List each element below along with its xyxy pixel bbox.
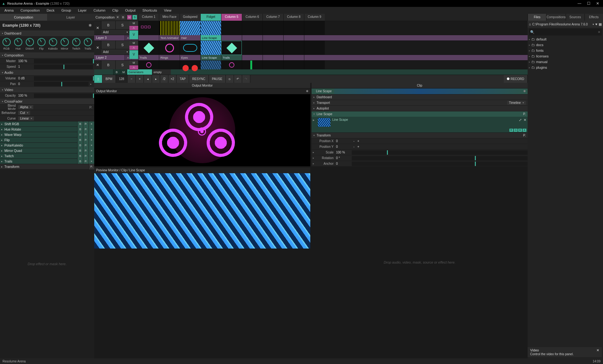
posy-minus[interactable]: - [352,145,356,148]
clip-l2-c5[interactable] [221,41,242,55]
layer2-m-button[interactable]: M [129,41,138,46]
posx-plus[interactable]: + [356,139,361,143]
home-icon[interactable]: ⌂ [529,22,531,26]
gear-icon[interactable]: ✱ [89,23,92,28]
clip-l1-c6[interactable] [242,61,263,69]
posx-minus[interactable]: - [352,139,356,143]
layer2-v-slider[interactable]: V [129,50,138,59]
clip-label-l2-c4[interactable]: Line Scape [200,55,221,60]
effect-btn-remove[interactable]: × [89,121,94,127]
opacity-slider[interactable] [34,94,93,98]
curve-dropdown[interactable]: Linear▾ [18,116,34,120]
comp-b-button[interactable]: B [121,15,125,19]
clip-label-l2-c2[interactable]: Rings [159,55,180,60]
clip-l2-c8[interactable] [283,41,304,55]
layer3-m-button[interactable]: M [129,21,138,26]
dial-hue[interactable]: Hue [13,38,23,50]
tooltip-close-icon[interactable]: ✕ [596,348,599,352]
layer2-b-button[interactable]: B [101,41,115,49]
effect-btn-preset[interactable]: P. [83,137,89,143]
effect-btn-preset[interactable]: P. [83,143,89,148]
menu-view[interactable]: View [161,8,175,13]
effect-shift-rgb[interactable]: ▸Shift RGBBP.× [0,121,94,126]
browser-tab-sources[interactable]: Sources [566,14,584,21]
effect-btn-bypass[interactable]: B [77,148,83,153]
master-value[interactable]: 100 % [18,59,34,63]
effect-btn-remove[interactable]: × [89,127,94,132]
effect-trails[interactable]: ▸TrailsBP.× [0,158,94,164]
effect-btn-preset[interactable]: P. [83,127,89,132]
tap-button[interactable]: TAP [177,75,189,83]
browser-search[interactable]: 🔍 ✕ [529,29,602,35]
clip-l2-c2[interactable] [159,41,180,55]
bpm-value[interactable]: 128 [116,75,128,83]
composition-name-row[interactable]: Example (1280 x 720) ✱ [0,21,94,30]
layer1-s-button[interactable]: S [115,61,129,69]
effect-btn-bypass[interactable]: B [77,121,83,127]
tab-layer[interactable]: Layer [47,14,94,21]
effect-btn-remove[interactable]: × [89,153,94,159]
undo-button[interactable]: ↶ [234,75,242,83]
deck-m-button[interactable]: M [120,69,127,75]
column-7[interactable]: Column 7 [263,14,283,21]
anchor-value[interactable]: 0 [336,162,352,165]
clip-label-l3-c2[interactable]: Text Animator [159,35,180,40]
dial-kaleido[interactable]: Kaleido [48,38,58,50]
speed-slider[interactable] [34,65,93,69]
menu-composition[interactable]: Composition [17,8,43,13]
effect-btn-bypass[interactable]: B [77,143,83,148]
nudge-right-button[interactable]: ▸ [152,75,160,83]
layer1-clear-button[interactable]: ✕ [94,61,101,69]
layer3-clear-button[interactable]: ✕ [94,21,101,35]
clip-label-l2-c5[interactable]: Trails [221,55,242,60]
menu-layer[interactable]: Layer [75,8,90,13]
column-5[interactable]: Column 5 [221,14,242,21]
effect-btn-preset[interactable]: P. [83,132,89,137]
effect-btn-remove[interactable]: × [89,137,94,143]
clip-l2-c6[interactable] [242,41,263,55]
effect-wave-warp[interactable]: ▸Wave WarpBP.× [0,132,94,137]
search-clear-icon[interactable]: ✕ [598,30,600,34]
clip-l3-c5[interactable] [221,21,242,35]
comp-m-button[interactable]: M [127,15,132,19]
nudge-left-button[interactable]: ◂ [144,75,152,83]
folder-manual[interactable]: ▸🗀manual [528,59,603,65]
clip-l3-c9[interactable] [304,21,325,35]
clip-l3-c2[interactable] [159,21,180,35]
resync-button[interactable]: RESYNC [189,75,209,83]
preview-monitor-view[interactable] [94,173,310,249]
layer3-add-button[interactable]: Add [101,30,125,34]
clip-label-l2-c8[interactable] [283,55,304,60]
comp-s-button[interactable]: S [133,15,137,19]
folder-default[interactable]: ▸🗀default [528,36,603,42]
clip-label-l2-c9[interactable] [304,55,325,60]
redo-button[interactable]: ↷ [242,75,250,83]
clip-name[interactable]: Line Scape [313,88,334,94]
effect-btn-bypass[interactable]: B [77,159,83,164]
column-4[interactable]: Fidget [200,14,221,21]
bpm-half-button[interactable]: /2 [160,75,168,83]
pan-slider[interactable] [34,82,89,86]
layer2-a-button[interactable]: A [129,46,138,50]
clip-label-l3-c7[interactable] [263,35,283,40]
master-slider[interactable] [34,59,93,63]
layer2-s-button[interactable]: S [115,41,129,49]
effect-btn-preset[interactable]: P. [83,121,89,127]
layer2-name[interactable]: Layer 2 [94,55,124,60]
layer3-b-button[interactable]: B [101,21,115,29]
folder-plugins[interactable]: ▸🗀plugins [528,65,603,70]
clip-dashboard-section[interactable]: Dashboard [317,95,332,99]
tab-composition[interactable]: Composition [0,14,47,21]
clip-l2-c4[interactable] [200,41,221,55]
effect-btn-preset[interactable]: P. [83,148,89,153]
volume-slider[interactable] [34,76,93,81]
effect-drop-zone[interactable]: Drop effect or mask here. [0,169,94,358]
remove-source-button[interactable]: ✕ [524,118,526,127]
menu-column[interactable]: Column [90,8,109,13]
clip-label-l3-c9[interactable] [304,35,325,40]
comp-x-button[interactable]: ✕ [116,15,120,19]
clip-l1-c1[interactable] [138,61,159,69]
opacity-value[interactable]: 100 % [18,94,34,97]
layer3-s-button[interactable]: S [115,21,129,29]
posy-value[interactable]: 0 [336,145,352,148]
